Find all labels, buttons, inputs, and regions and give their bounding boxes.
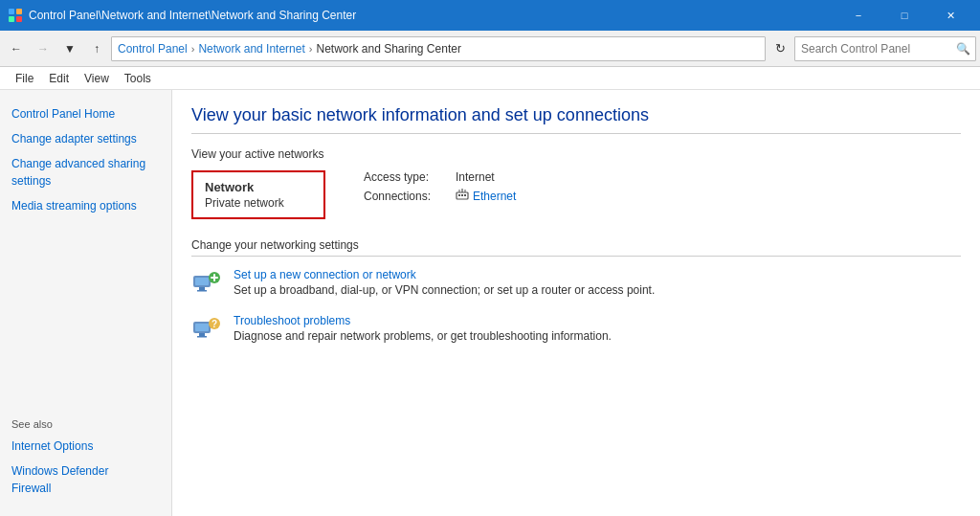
search-input[interactable] [795, 42, 950, 56]
window-title: Control Panel\Network and Internet\Netwo… [29, 9, 836, 22]
svg-rect-12 [195, 278, 209, 285]
sidebar-see-also: See also Internet Options Windows Defend… [0, 411, 171, 508]
change-desc-2: Diagnose and repair network problems, or… [234, 329, 612, 343]
see-also-label: See also [11, 418, 160, 430]
access-type-value: Internet [456, 170, 495, 184]
change-item-2: ? Troubleshoot problems Diagnose and rep… [191, 314, 961, 345]
connection-icon [191, 268, 222, 299]
connections-label: Connections: [364, 190, 450, 203]
minimize-button[interactable]: − [836, 0, 880, 31]
breadcrumb-control-panel[interactable]: Control Panel [118, 42, 188, 56]
troubleshoot-icon: ? [191, 314, 222, 345]
up-button[interactable]: ↑ [84, 36, 109, 61]
svg-rect-3 [16, 16, 22, 22]
change-item-1: Set up a new connection or network Set u… [191, 268, 961, 299]
main-layout: Control Panel Home Change adapter settin… [0, 90, 980, 516]
breadcrumb: Control Panel › Network and Internet › N… [111, 36, 766, 61]
breadcrumb-sep-1: › [191, 43, 195, 55]
sidebar: Control Panel Home Change adapter settin… [0, 90, 172, 516]
svg-rect-0 [9, 9, 14, 14]
breadcrumb-sep-2: › [309, 43, 313, 55]
menu-view[interactable]: View [77, 70, 117, 87]
network-type: Private network [205, 196, 312, 210]
forward-button[interactable]: → [31, 36, 56, 61]
sidebar-firewall[interactable]: Windows Defender Firewall [11, 459, 160, 501]
sidebar-internet-options[interactable]: Internet Options [11, 434, 160, 459]
menu-file[interactable]: File [8, 70, 41, 87]
svg-text:?: ? [212, 319, 217, 329]
connections-row: Connections: [364, 188, 516, 204]
access-type-label: Access type: [364, 170, 450, 184]
svg-rect-7 [464, 194, 466, 196]
svg-rect-14 [197, 290, 207, 292]
sidebar-change-advanced[interactable]: Change advanced sharingsettings [0, 151, 171, 193]
svg-rect-5 [458, 194, 460, 196]
ethernet-label: Ethernet [473, 190, 516, 203]
change-link-1[interactable]: Set up a new connection or network [234, 268, 416, 281]
sidebar-control-panel-home[interactable]: Control Panel Home [0, 101, 171, 126]
breadcrumb-current: Network and Sharing Center [316, 42, 460, 56]
sidebar-change-adapter[interactable]: Change adapter settings [0, 126, 171, 151]
change-desc-1: Set up a broadband, dial-up, or VPN conn… [234, 283, 655, 297]
breadcrumb-network-internet[interactable]: Network and Internet [198, 42, 304, 56]
change-section-title: Change your networking settings [191, 238, 961, 257]
svg-rect-6 [461, 194, 463, 196]
sidebar-nav: Control Panel Home Change adapter settin… [0, 98, 171, 411]
refresh-button[interactable]: ↻ [768, 36, 792, 61]
maximize-button[interactable]: □ [882, 0, 926, 31]
connections-value[interactable]: Ethernet [456, 188, 516, 204]
change-link-2[interactable]: Troubleshoot problems [234, 314, 350, 327]
networks-area: Network Private network Access type: Int… [191, 170, 961, 219]
search-box: 🔍 [794, 36, 976, 61]
svg-rect-21 [197, 336, 207, 338]
active-networks-label: View your active networks [191, 147, 961, 161]
sidebar-media-streaming[interactable]: Media streaming options [0, 193, 171, 218]
network-info: Access type: Internet Connections: [364, 170, 516, 208]
svg-rect-20 [199, 333, 205, 336]
svg-rect-19 [195, 324, 209, 331]
menu-tools[interactable]: Tools [117, 70, 159, 87]
content-area: View your basic network information and … [172, 90, 980, 516]
window-controls: − □ ✕ [836, 0, 972, 31]
recent-button[interactable]: ▼ [57, 36, 82, 61]
menu-edit[interactable]: Edit [41, 70, 77, 87]
change-section: Change your networking settings Set [191, 238, 961, 345]
ethernet-icon [456, 188, 469, 204]
svg-rect-1 [16, 9, 22, 14]
address-bar: ← → ▼ ↑ Control Panel › Network and Inte… [0, 31, 980, 67]
svg-rect-13 [199, 287, 205, 290]
change-text-1: Set up a new connection or network Set u… [234, 268, 655, 297]
change-text-2: Troubleshoot problems Diagnose and repai… [234, 314, 612, 343]
search-button[interactable]: 🔍 [950, 37, 975, 60]
app-icon [8, 8, 23, 23]
title-bar: Control Panel\Network and Internet\Netwo… [0, 0, 980, 31]
svg-rect-2 [9, 16, 14, 22]
back-button[interactable]: ← [4, 36, 29, 61]
page-title: View your basic network information and … [191, 105, 961, 134]
access-type-row: Access type: Internet [364, 170, 516, 184]
close-button[interactable]: ✕ [928, 0, 972, 31]
network-box: Network Private network [191, 170, 325, 219]
network-name: Network [205, 180, 312, 194]
menu-bar: File Edit View Tools [0, 67, 980, 90]
